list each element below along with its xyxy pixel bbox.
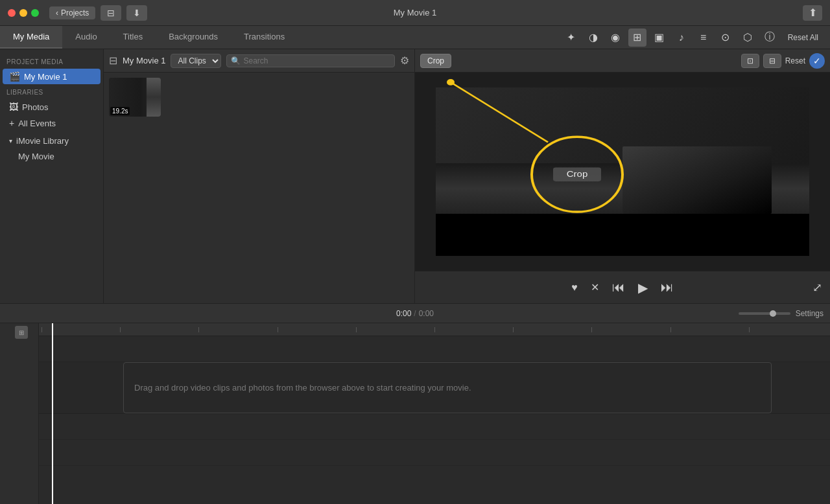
current-time: 0:00 xyxy=(396,309,411,318)
chevron-down-icon: ▾ xyxy=(9,137,12,144)
reject-button[interactable]: ✕ xyxy=(591,281,599,293)
ruler-tick xyxy=(749,327,827,332)
ruler-tick xyxy=(120,327,198,332)
toggle-view-button[interactable]: ⊟ xyxy=(109,54,117,67)
bars-icon[interactable]: ≡ xyxy=(694,29,713,47)
projects-button[interactable]: ‹ Projects xyxy=(49,6,95,19)
share-button[interactable]: ⬆ xyxy=(803,5,822,21)
preview-toolbar-right: ⊡ ⊟ Reset ✓ xyxy=(741,53,825,69)
browser-settings-button[interactable]: ⚙ xyxy=(400,54,409,67)
fullscreen-button[interactable]: ⤢ xyxy=(812,281,822,295)
search-input[interactable] xyxy=(243,56,390,65)
expand-icon: ⤢ xyxy=(812,281,822,294)
fit-button[interactable]: ⊡ xyxy=(741,54,759,68)
preview-panel: Crop ⊡ ⊟ Reset ✓ xyxy=(415,49,830,303)
sidebar-item-photos[interactable]: 🖼 Photos xyxy=(3,99,101,115)
title-bar: ‹ Projects ⊟ ⬇ My Movie 1 ⬆ xyxy=(0,0,830,26)
ruler-tick xyxy=(278,327,356,332)
favorite-button[interactable]: ♥ xyxy=(571,282,578,293)
zoom-thumb xyxy=(770,310,776,317)
ruler-tick xyxy=(670,327,749,332)
traffic-lights xyxy=(8,9,39,17)
time-separator: / xyxy=(414,309,416,318)
footage-bottom xyxy=(436,214,809,256)
track-row-top xyxy=(39,336,830,362)
play-button[interactable]: ▶ xyxy=(638,280,648,295)
tab-audio[interactable]: Audio xyxy=(62,26,110,49)
timeline-ruler xyxy=(39,323,830,336)
track-row-main[interactable]: Drag and drop video clips and photos fro… xyxy=(39,362,830,414)
wand-icon[interactable]: ✦ xyxy=(562,29,580,47)
film-icon: 🎬 xyxy=(9,71,20,82)
timeline: 0:00 / 0:00 Settings ⊞ xyxy=(0,303,830,504)
info-icon[interactable]: ⓘ xyxy=(761,29,779,47)
top-nav: My Media Audio Titles Backgrounds Transi… xyxy=(0,26,830,49)
timeline-right: Settings xyxy=(739,309,824,318)
effects-icon[interactable]: ⬡ xyxy=(739,29,757,47)
title-bar-right: ⬆ xyxy=(803,5,822,21)
playhead xyxy=(52,323,53,504)
track-icon: ⊞ xyxy=(15,326,28,339)
camera-icon[interactable]: ▣ xyxy=(650,29,669,47)
svg-point-2 xyxy=(447,79,455,86)
audio-icon[interactable]: ♪ xyxy=(672,29,691,47)
crop-button[interactable]: Crop xyxy=(420,54,451,68)
title-bar-left: ‹ Projects ⊟ ⬇ xyxy=(49,5,147,21)
skip-forward-button[interactable]: ⏭ xyxy=(661,280,674,295)
footage-detail xyxy=(622,146,772,214)
fullscreen-button[interactable] xyxy=(31,9,39,17)
drop-zone[interactable]: Drag and drop video clips and photos fro… xyxy=(123,362,772,413)
minimize-button[interactable] xyxy=(19,9,27,17)
sidebar-item-imovie-library[interactable]: ▾ iMovie Library xyxy=(3,133,101,148)
download-button[interactable]: ⬇ xyxy=(126,5,147,21)
colorwheel-icon[interactable]: ◉ xyxy=(606,29,624,47)
preview-main: Crop xyxy=(415,73,830,271)
clip-item[interactable]: 19.2s xyxy=(109,78,161,117)
browser-toolbar: ⊟ My Movie 1 All Clips 🔍 ⚙ xyxy=(104,49,414,73)
window-title: My Movie 1 xyxy=(394,8,436,17)
tab-titles[interactable]: Titles xyxy=(110,26,156,49)
tab-backgrounds[interactable]: Backgrounds xyxy=(156,26,231,49)
tab-my-media[interactable]: My Media xyxy=(0,26,62,49)
skip-back-button[interactable]: ⏮ xyxy=(612,280,625,295)
ruler-tick xyxy=(591,327,670,332)
fill-button[interactable]: ⊟ xyxy=(763,54,781,68)
ruler-tick xyxy=(356,327,434,332)
tab-transitions[interactable]: Transitions xyxy=(231,26,298,49)
chevron-left-icon: ‹ xyxy=(56,8,58,17)
sidebar: PROJECT MEDIA 🎬 My Movie 1 LIBRARIES 🖼 P… xyxy=(0,49,104,303)
preview-toolbar: Crop ⊡ ⊟ Reset ✓ xyxy=(415,49,830,73)
reset-all-button[interactable]: Reset All xyxy=(783,33,824,42)
timeline-header: 0:00 / 0:00 Settings xyxy=(0,304,830,323)
crop-tool-icon[interactable]: ⊞ xyxy=(628,29,646,47)
track-row-bottom xyxy=(39,414,830,440)
play-icon: ▶ xyxy=(638,280,648,295)
browser-title: My Movie 1 xyxy=(123,56,165,65)
sidebar-item-my-movie[interactable]: 🎬 My Movie 1 xyxy=(3,69,101,84)
close-button[interactable] xyxy=(8,9,16,17)
clip-filter-select[interactable]: All Clips xyxy=(171,54,221,68)
speedometer-icon[interactable]: ⊙ xyxy=(717,29,735,47)
add-icon: + xyxy=(9,118,14,128)
timeline-tracks: Drag and drop video clips and photos fro… xyxy=(39,323,830,504)
ruler-tick xyxy=(513,327,591,332)
video-frame xyxy=(436,87,809,256)
zoom-slider[interactable] xyxy=(739,312,790,315)
browser-toggle-button[interactable]: ⊟ xyxy=(101,5,121,21)
photos-icon: 🖼 xyxy=(9,102,18,112)
ruler-tick xyxy=(198,327,277,332)
sidebar-item-all-events[interactable]: + All Events xyxy=(3,115,101,131)
ruler-tick xyxy=(42,327,120,332)
video-preview: Crop xyxy=(415,73,830,271)
sidebar-item-my-movie-child[interactable]: My Movie xyxy=(3,149,101,164)
timeline-settings-label[interactable]: Settings xyxy=(796,309,824,318)
reset-button[interactable]: Reset xyxy=(785,56,805,65)
clip-duration: 19.2s xyxy=(110,107,130,115)
timeline-sidebar: ⊞ xyxy=(0,323,39,504)
libraries-label: LIBRARIES xyxy=(0,85,103,98)
timeline-body: ⊞ xyxy=(0,323,830,504)
colorbalance-icon[interactable]: ◑ xyxy=(584,29,602,47)
x-icon: ✕ xyxy=(591,281,599,293)
main-content: PROJECT MEDIA 🎬 My Movie 1 LIBRARIES 🖼 P… xyxy=(0,49,830,303)
confirm-button[interactable]: ✓ xyxy=(809,53,825,69)
